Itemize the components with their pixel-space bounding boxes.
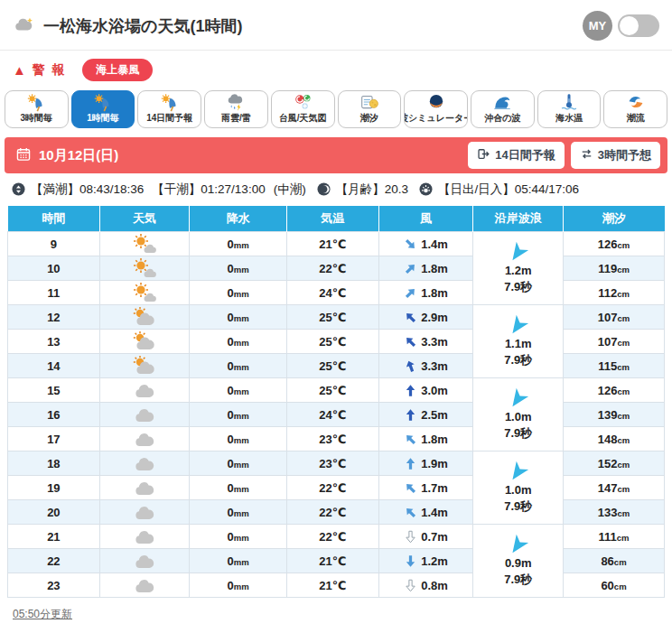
precip-cell: 0mm: [190, 232, 287, 256]
table-row: 230mm21℃0.8m60cm: [8, 573, 665, 598]
tab-9[interactable]: 海水温: [537, 90, 602, 128]
wind-direction-arrow-icon: [401, 283, 420, 302]
wind-cell: 1.8m: [378, 427, 473, 451]
wind-direction-arrow-icon: [404, 579, 417, 592]
cloudy-icon: [100, 379, 190, 401]
column-header: 潮汐: [564, 206, 665, 232]
time-cell: 15: [8, 378, 100, 403]
wind-cell: 0.7m: [378, 525, 473, 549]
wind-direction-arrow-icon: [401, 307, 420, 326]
temp-cell: 25℃: [286, 305, 378, 330]
weather-cell: [99, 500, 190, 525]
precip-cell: 0mm: [190, 476, 287, 500]
tab-label: 潮流: [627, 112, 645, 125]
wave-period: 7.9秒: [504, 426, 532, 441]
column-header: 天気: [99, 206, 190, 232]
tab-label: 14日間予報: [146, 112, 192, 125]
tide-cell: 133cm: [564, 500, 665, 525]
wind-cell: 3.3m: [378, 330, 473, 354]
wind-direction-arrow-icon: [401, 331, 420, 350]
precip-cell: 0mm: [190, 378, 287, 403]
cloudy-icon: [100, 501, 190, 523]
sea-temp-icon: [558, 93, 580, 112]
tide-cell: 147cm: [564, 476, 665, 500]
cloudy-icon: [100, 477, 190, 498]
table-row: 170mm23℃1.8m148cm: [8, 427, 665, 451]
tab-1[interactable]: 3時間毎: [5, 90, 69, 128]
swap-icon: [580, 147, 593, 163]
wind-cell: 3.3m: [378, 354, 473, 378]
tab-4[interactable]: 雨雲/雷: [204, 90, 268, 128]
time-cell: 18: [8, 451, 100, 476]
tab-6[interactable]: 潮汐: [338, 90, 402, 128]
tab-8[interactable]: 沖合の波: [471, 90, 535, 128]
my-toggle[interactable]: [618, 14, 659, 37]
cloudy-icon: [100, 404, 190, 425]
table-row: 150mm25℃3.0m1.0m7.9秒126cm: [8, 378, 665, 403]
weather-cell: [99, 573, 190, 598]
updated-link[interactable]: 05:50分更新: [13, 608, 72, 620]
wave-period: 7.9秒: [504, 353, 532, 368]
column-header: 気温: [286, 206, 378, 232]
wave-period: 7.9秒: [504, 280, 532, 294]
rain-cloud-icon: [225, 93, 247, 112]
wind-direction-arrow-icon: [404, 384, 417, 397]
weather-cell: [99, 451, 190, 476]
wave-simulator-icon: [425, 93, 447, 112]
temp-cell: 25℃: [286, 330, 378, 354]
time-cell: 22: [8, 549, 100, 573]
wave-height: 1.0m: [505, 410, 532, 424]
weather-cell: [99, 427, 190, 451]
wave-cell: 1.0m7.9秒: [473, 451, 564, 525]
tab-10[interactable]: 潮流: [603, 90, 667, 128]
warning-badge[interactable]: 海上暴風: [82, 59, 153, 81]
table-row: 130mm25℃3.3m107cm: [8, 330, 665, 354]
tab-label: 1時間毎: [87, 112, 119, 125]
weather-cell: [99, 232, 190, 256]
table-row: 100mm22℃1.8m119cm: [8, 256, 665, 281]
tide-cell: 139cm: [564, 403, 665, 427]
forecast-sun-umbrella-icon: [159, 93, 181, 112]
precip-cell: 0mm: [190, 451, 287, 476]
precip-cell: 0mm: [190, 281, 287, 305]
table-row: 210mm22℃0.7m0.9m7.9秒111cm: [8, 525, 665, 549]
tab-label: 波シミュレーター: [404, 112, 468, 125]
wind-cell: 3.0m: [378, 378, 473, 403]
tide-cell: 112cm: [564, 281, 665, 305]
sun-cloud-icon: [100, 233, 190, 255]
wind-direction-arrow-icon: [404, 408, 417, 422]
cloudy-icon: [100, 574, 190, 596]
tab-5[interactable]: 台風/天気図: [271, 90, 335, 128]
tab-7[interactable]: 波シミュレーター: [404, 90, 468, 128]
forecast-14d-button[interactable]: 14日間予報: [468, 142, 564, 169]
page-footer: 05:50分更新: [0, 598, 672, 633]
forecast-table: 時間天気降水気温風沿岸波浪潮汐 90mm21℃1.4m1.2m7.9秒126cm…: [7, 206, 665, 598]
sun-cloud-icon: [100, 257, 190, 279]
wind-direction-arrow-icon: [401, 478, 420, 497]
temp-cell: 25℃: [286, 378, 378, 403]
wind-cell: 2.9m: [378, 305, 473, 330]
forecast-3h-button[interactable]: 3時間予想: [571, 142, 660, 169]
column-header: 降水: [190, 206, 287, 232]
forecast-14d-button-label: 14日間予報: [495, 147, 555, 163]
page-title: 一松海水浴場の天気(1時間): [43, 15, 242, 37]
export-icon: [477, 147, 490, 163]
temp-cell: 23℃: [286, 451, 378, 476]
tide-cell: 126cm: [564, 378, 665, 403]
tab-2[interactable]: 1時間毎: [71, 90, 135, 128]
time-cell: 11: [8, 281, 100, 305]
tide-cell: 148cm: [564, 427, 665, 451]
weather-cell: [99, 330, 190, 354]
forecast-sun-umbrella-icon: [92, 93, 114, 112]
wind-direction-arrow-icon: [404, 554, 417, 568]
time-cell: 10: [8, 256, 100, 281]
tide-cell: 86cm: [564, 549, 665, 573]
cloud-sun-icon: [100, 355, 190, 377]
tab-label: 潮汐: [360, 112, 378, 125]
tide-phase-text: (中潮): [274, 182, 306, 198]
wind-direction-arrow-icon: [401, 258, 420, 277]
table-body: 90mm21℃1.4m1.2m7.9秒126cm100mm22℃1.8m119c…: [8, 232, 665, 598]
my-button[interactable]: MY: [583, 11, 612, 41]
tab-3[interactable]: 14日間予報: [137, 90, 201, 128]
wave-height: 1.2m: [505, 264, 532, 278]
